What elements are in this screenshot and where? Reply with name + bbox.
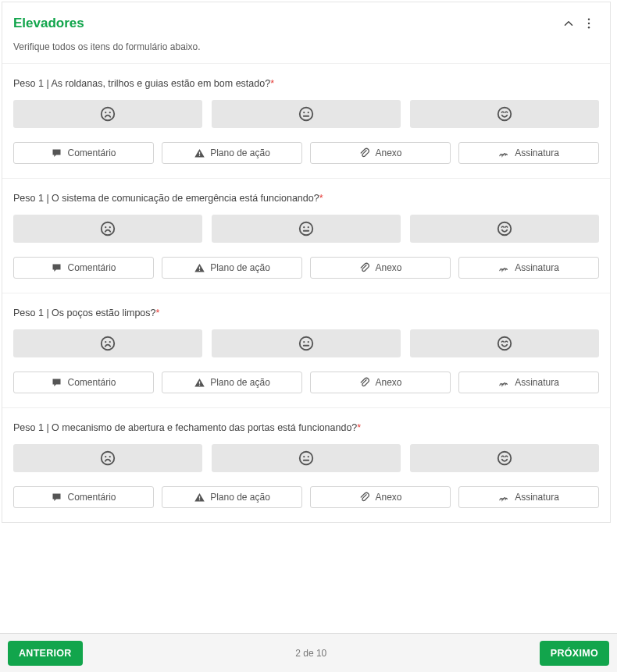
happy-face-icon [496, 105, 513, 123]
warning-icon [194, 377, 205, 389]
question-block: Peso 1 | As roldanas, trilhos e guias es… [2, 63, 610, 178]
rating-good-button[interactable] [410, 444, 599, 472]
form-scroll-area[interactable]: Elevadores Verifique todos os itens do f… [0, 0, 617, 633]
rating-bad-button[interactable] [13, 100, 202, 128]
action-row: ComentárioPlano de açãoAnexoAssinatura [13, 486, 599, 508]
question-text: Peso 1 | As roldanas, trilhos e guias es… [13, 78, 599, 89]
section-subtitle: Verifique todos os itens do formulário a… [2, 37, 610, 63]
signature-icon [498, 377, 510, 389]
rating-neutral-button[interactable] [212, 100, 401, 128]
question-block: Peso 1 | O sistema de comunicação de eme… [2, 178, 610, 293]
neutral-face-icon [298, 105, 315, 123]
question-text: Peso 1 | Os poços estão limpos?* [13, 308, 599, 318]
action-button-label: Anexo [375, 492, 401, 503]
next-button[interactable]: PRÓXIMO [540, 641, 609, 666]
comment-icon [51, 492, 62, 503]
rating-choice-row [13, 444, 599, 472]
collapse-toggle[interactable] [558, 13, 579, 34]
attachment-button[interactable]: Anexo [310, 142, 451, 164]
comment-button[interactable]: Comentário [13, 372, 154, 393]
action-button-label: Assinatura [515, 148, 559, 158]
chevron-up-icon [562, 16, 576, 30]
happy-face-icon [496, 335, 513, 352]
action-row: ComentárioPlano de açãoAnexoAssinatura [13, 257, 599, 279]
rating-neutral-button[interactable] [212, 444, 401, 472]
sad-face-icon [99, 335, 116, 352]
neutral-face-icon [298, 220, 315, 237]
sad-face-icon [99, 220, 116, 237]
rating-choice-row [13, 329, 599, 357]
action-plan-button[interactable]: Plano de ação [162, 142, 302, 164]
page-indicator: 2 de 10 [295, 648, 326, 659]
attachment-button[interactable]: Anexo [310, 257, 451, 279]
warning-icon [194, 492, 205, 503]
happy-face-icon [496, 450, 513, 467]
required-star: * [357, 422, 361, 433]
action-button-label: Assinatura [515, 377, 559, 388]
comment-button[interactable]: Comentário [13, 257, 154, 279]
question-text: Peso 1 | O mecanismo de abertura e fecha… [13, 422, 599, 433]
signature-button[interactable]: Assinatura [458, 257, 599, 279]
sad-face-icon [99, 450, 116, 467]
paperclip-icon [358, 377, 370, 389]
action-row: ComentárioPlano de açãoAnexoAssinatura [13, 142, 599, 164]
action-button-label: Anexo [375, 148, 401, 158]
action-button-label: Plano de ação [210, 148, 270, 158]
action-plan-button[interactable]: Plano de ação [162, 486, 302, 508]
footer-bar: ANTERIOR 2 de 10 PRÓXIMO [0, 633, 617, 672]
question-text: Peso 1 | O sistema de comunicação de eme… [13, 193, 599, 204]
action-button-label: Plano de ação [210, 262, 270, 273]
neutral-face-icon [298, 450, 315, 467]
question-block: Peso 1 | O mecanismo de abertura e fecha… [2, 407, 610, 522]
rating-good-button[interactable] [410, 100, 599, 128]
warning-icon [194, 148, 205, 159]
rating-neutral-button[interactable] [212, 215, 401, 243]
signature-icon [498, 492, 510, 503]
action-button-label: Assinatura [515, 262, 559, 273]
rating-bad-button[interactable] [13, 329, 202, 357]
rating-good-button[interactable] [410, 215, 599, 243]
action-row: ComentárioPlano de açãoAnexoAssinatura [13, 372, 599, 393]
section-card: Elevadores Verifique todos os itens do f… [2, 2, 611, 523]
paperclip-icon [358, 262, 370, 274]
rating-bad-button[interactable] [13, 444, 202, 472]
comment-icon [51, 262, 62, 274]
action-button-label: Anexo [375, 262, 401, 273]
paperclip-icon [358, 148, 370, 159]
neutral-face-icon [298, 335, 315, 352]
required-star: * [156, 308, 160, 318]
section-title: Elevadores [13, 16, 558, 31]
attachment-button[interactable]: Anexo [310, 486, 451, 508]
action-plan-button[interactable]: Plano de ação [162, 372, 302, 393]
prev-button[interactable]: ANTERIOR [8, 641, 83, 666]
required-star: * [319, 193, 323, 204]
attachment-button[interactable]: Anexo [310, 372, 451, 393]
comment-button[interactable]: Comentário [13, 142, 154, 164]
rating-choice-row [13, 215, 599, 243]
paperclip-icon [358, 492, 370, 503]
action-button-label: Plano de ação [210, 377, 270, 388]
rating-good-button[interactable] [410, 329, 599, 357]
rating-bad-button[interactable] [13, 215, 202, 243]
action-button-label: Comentário [67, 492, 116, 503]
signature-button[interactable]: Assinatura [458, 372, 599, 393]
action-plan-button[interactable]: Plano de ação [162, 257, 302, 279]
rating-choice-row [13, 100, 599, 128]
signature-button[interactable]: Assinatura [458, 486, 599, 508]
signature-icon [498, 262, 510, 274]
required-star: * [270, 78, 274, 89]
more-vert-icon [582, 16, 596, 30]
warning-icon [194, 262, 205, 274]
action-button-label: Anexo [375, 377, 401, 388]
happy-face-icon [496, 220, 513, 237]
action-button-label: Comentário [67, 148, 116, 158]
signature-button[interactable]: Assinatura [458, 142, 599, 164]
comment-icon [51, 377, 62, 389]
rating-neutral-button[interactable] [212, 329, 401, 357]
signature-icon [498, 148, 510, 159]
action-button-label: Plano de ação [210, 492, 270, 503]
section-menu-button[interactable] [579, 13, 599, 34]
comment-icon [51, 148, 62, 159]
action-button-label: Comentário [67, 262, 116, 273]
comment-button[interactable]: Comentário [13, 486, 154, 508]
